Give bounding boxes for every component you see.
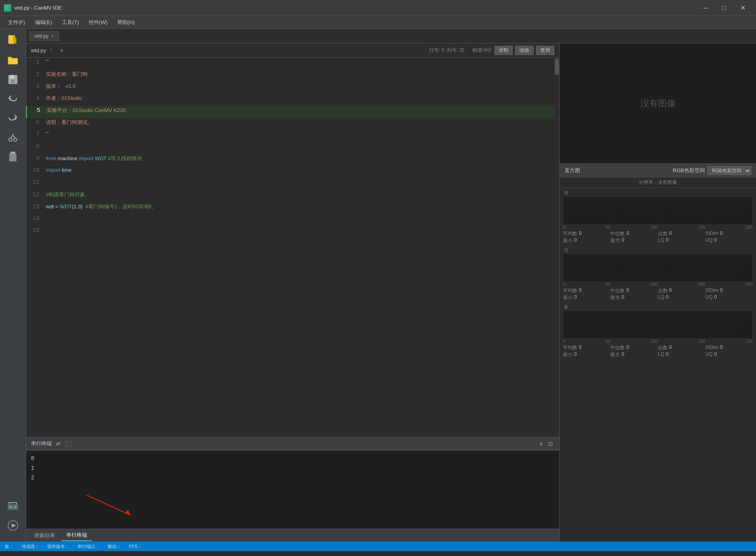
connect-device-icon[interactable]: [5, 498, 21, 514]
stat-g-mean: 平均数0: [563, 287, 610, 294]
code-line-3: 3 版本： v1.0: [26, 82, 554, 94]
tab-close-button[interactable]: ×: [51, 33, 54, 39]
menu-controls[interactable]: 控件(W): [84, 17, 112, 28]
editor-filename: wtd.py: [31, 47, 46, 53]
code-line-11: 11: [26, 178, 554, 190]
svg-marker-19: [12, 523, 16, 527]
channel-b: B 0 50 100 150: [560, 303, 756, 359]
editor-scroll-thumb[interactable]: [555, 59, 559, 75]
tab-filename: wtd.py: [35, 33, 49, 39]
channel-g-graph: [563, 254, 753, 282]
editor-right-split: wtd.py ⇅ × 行号: 5, 列号: 25 帧缓冲区 录制 缩放 禁用 1: [26, 43, 756, 542]
status-bar: 板： 传感器： 固件版本： 串行端口： 驱动： FPS：: [0, 542, 756, 551]
tab-bar: wtd.py ×: [26, 29, 756, 43]
histogram-channels: R 0 50 100 150: [560, 188, 756, 542]
channel-g-label: G: [560, 246, 756, 254]
channel-b-graph: [563, 311, 753, 339]
svg-rect-3: [10, 75, 14, 78]
code-line-9: 9 from machine import WDT #导入线程模块: [26, 154, 554, 166]
content-area: wtd.py × wtd.py ⇅ × 行号: 5, 列号: 25 帧缓冲区 录…: [26, 29, 756, 542]
tab-serial-terminal[interactable]: 串行终端: [61, 530, 92, 541]
status-board: 板：: [5, 544, 14, 550]
menu-help[interactable]: 帮助(H): [112, 17, 140, 28]
status-firmware: 固件版本：: [47, 544, 69, 550]
stat-b-mean: 平均数0: [563, 344, 610, 351]
stat-g-median: 中位数0: [610, 287, 658, 294]
svg-rect-11: [10, 152, 15, 154]
code-editor[interactable]: 1 ''' 2 实验名称：看门狗 3 版本： v1.0: [26, 58, 554, 437]
terminal-title: 串行终端: [31, 440, 52, 447]
stat-b-lq: LQ0: [658, 351, 705, 358]
svg-point-6: [14, 138, 17, 141]
terminal-connect-icon[interactable]: ⇄: [56, 440, 61, 447]
zoom-button[interactable]: 缩放: [515, 46, 534, 55]
channel-g-axis: 0 50 100 150 200: [560, 282, 756, 287]
cut-icon[interactable]: [5, 129, 21, 145]
save-icon[interactable]: [5, 71, 21, 88]
stat-r-uq: UQ0: [705, 237, 753, 244]
channel-b-stats: 平均数0 中位数0 众数0 StDev0 最小0 最大0 LQ0 UQ0: [560, 344, 756, 359]
terminal-line-1: 1: [31, 463, 554, 473]
window-title: wtd.py - CanMV IDE: [14, 5, 697, 11]
svg-point-5: [9, 138, 12, 141]
stat-r-max: 最大0: [610, 237, 658, 244]
menu-edit[interactable]: 编辑(E): [30, 17, 57, 28]
disable-button[interactable]: 禁用: [536, 46, 554, 55]
histogram-subtitle: 分辨率 - 没有图像: [560, 177, 756, 188]
stat-g-lq: LQ0: [658, 294, 705, 301]
terminal-save-icon[interactable]: ⬛: [65, 440, 71, 447]
file-tab[interactable]: wtd.py ×: [29, 31, 59, 41]
editor-position: 行号: 5, 列号: 25: [429, 47, 473, 54]
paste-icon[interactable]: [5, 149, 21, 165]
color-space-select[interactable]: RGB色彩空间: [707, 166, 751, 175]
terminal-header: 串行终端 ⇄ ⬛ ∧ ⊡: [26, 438, 559, 450]
stat-r-lq: LQ0: [658, 237, 705, 244]
terminal-expand-button[interactable]: ⊡: [546, 440, 554, 448]
stat-r-median: 中位数0: [610, 230, 658, 237]
terminal-controls: ∧ ⊡: [538, 440, 554, 448]
color-space-label: RGB色彩空间: [673, 167, 705, 174]
svg-rect-10: [9, 153, 16, 161]
menu-file[interactable]: 文件(F): [3, 17, 30, 28]
stat-g-stdev: StDev0: [705, 287, 753, 294]
run-icon[interactable]: [5, 517, 21, 534]
redo-icon[interactable]: [5, 110, 21, 126]
stat-b-mode: 众数0: [658, 344, 705, 351]
status-serial: 串行端口：: [77, 544, 100, 550]
menu-tools[interactable]: 工具(T): [57, 17, 84, 28]
stat-r-mean: 平均数0: [563, 230, 610, 237]
bottom-tabs: 搜索结果 串行终端: [26, 529, 559, 542]
tab-search-results[interactable]: 搜索结果: [29, 530, 60, 541]
new-file-icon[interactable]: [5, 33, 21, 49]
channel-b-label: B: [560, 303, 756, 311]
channel-g-stats: 平均数0 中位数0 众数0 StDev0 最小0 最大0 LQ0 UQ0: [560, 287, 756, 302]
frame-buffer-label: 帧缓冲区: [473, 47, 492, 54]
sidebar: [0, 29, 26, 542]
stat-r-stdev: StDev0: [705, 230, 753, 237]
stat-b-uq: UQ0: [705, 351, 753, 358]
app-icon: [4, 4, 11, 12]
close-button[interactable]: ✕: [734, 0, 752, 16]
record-button[interactable]: 录制: [494, 46, 513, 55]
minimize-button[interactable]: ─: [697, 0, 715, 16]
status-fps: FPS：: [129, 544, 142, 550]
stat-b-max: 最大0: [610, 351, 658, 358]
channel-b-axis: 0 50 100 150 200: [560, 339, 756, 344]
svg-rect-14: [14, 506, 16, 508]
svg-line-8: [13, 135, 15, 138]
open-folder-icon[interactable]: [5, 52, 21, 68]
undo-icon[interactable]: [5, 91, 21, 107]
stat-r-mode: 众数0: [658, 230, 705, 237]
code-line-14: 14: [26, 214, 554, 226]
terminal-collapse-button[interactable]: ∧: [538, 440, 545, 448]
right-panel: 没有图像 直方图 RGB色彩空间 RGB色彩空间 分辨率 - 没有图像: [559, 43, 756, 542]
editor-scrollbar[interactable]: [554, 58, 559, 437]
terminal-content[interactable]: 0 1 2: [26, 450, 559, 529]
editor-close-button[interactable]: ×: [57, 47, 67, 55]
main-layout: wtd.py × wtd.py ⇅ × 行号: 5, 列号: 25 帧缓冲区 录…: [0, 29, 756, 542]
channel-g: G 0 50 100 150: [560, 246, 756, 302]
code-line-8: 8: [26, 142, 554, 154]
svg-rect-13: [9, 506, 12, 508]
maximize-button[interactable]: □: [715, 0, 734, 16]
arrow-indicator: [86, 495, 134, 521]
